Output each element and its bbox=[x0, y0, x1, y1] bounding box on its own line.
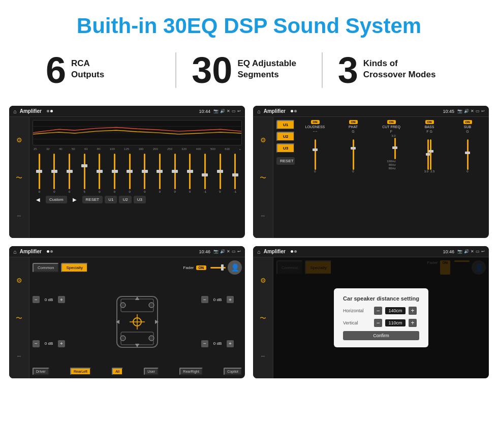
close-icon-4: ✕ bbox=[471, 249, 474, 254]
eq-play-button[interactable]: ▶ bbox=[69, 195, 80, 204]
avatar-icon[interactable]: 👤 bbox=[228, 260, 242, 275]
amp2-icon-1[interactable]: ⚙ bbox=[260, 137, 266, 143]
back-icon-2[interactable]: ↩ bbox=[481, 109, 485, 113]
loudness-on[interactable]: ON bbox=[311, 120, 320, 124]
fader-track[interactable] bbox=[210, 267, 226, 268]
stat-crossover-label: Kinds ofCrossover Modes bbox=[363, 52, 436, 80]
dist-icon-1[interactable]: ⚙ bbox=[260, 277, 266, 284]
back-icon-3[interactable]: ↩ bbox=[237, 249, 241, 254]
eq-slider-10[interactable]: 0 bbox=[183, 153, 197, 193]
home-icon-2[interactable]: ⌂ bbox=[257, 108, 261, 114]
volume-icon-2: 🔊 bbox=[464, 109, 469, 113]
amp2-icon-3[interactable]: ↔ bbox=[260, 213, 266, 219]
eq-slider-4[interactable]: 0 bbox=[93, 153, 107, 193]
bal-icon-1[interactable]: ⚙ bbox=[16, 277, 22, 284]
eq-icon-2[interactable]: 〜 bbox=[16, 174, 22, 181]
home-icon-4[interactable]: ⌂ bbox=[257, 249, 261, 255]
db2-minus[interactable]: − bbox=[33, 340, 40, 347]
db4-plus[interactable]: + bbox=[227, 340, 234, 347]
amp2-channels: ON LOUDNESS ~~ 0 O bbox=[297, 120, 486, 235]
u1-preset-button[interactable]: U1 bbox=[276, 120, 295, 130]
cutfreq-fader[interactable] bbox=[394, 138, 396, 159]
confirm-button[interactable]: Confirm bbox=[343, 331, 419, 340]
rearright-button[interactable]: RearRight bbox=[179, 368, 203, 375]
amp2-reset-button[interactable]: RESET bbox=[276, 157, 295, 165]
eq-u2-button[interactable]: U2 bbox=[119, 196, 131, 203]
bal-screen-body: ⚙ 〜 ↔ Common Specialty Fader ON 👤 bbox=[9, 257, 245, 378]
home-icon[interactable]: ⌂ bbox=[13, 108, 17, 114]
amp2-sidebar: ⚙ 〜 ↔ bbox=[253, 117, 273, 238]
back-icon[interactable]: ↩ bbox=[237, 109, 241, 113]
dist-screen-body: ⚙ 〜 ↔ Common Specialty Fader ON 👤 bbox=[253, 257, 489, 378]
db1-plus[interactable]: + bbox=[58, 296, 65, 303]
eq-slider-8[interactable]: 0 bbox=[153, 153, 167, 193]
back-icon-4[interactable]: ↩ bbox=[481, 249, 485, 254]
eq-icon-1[interactable]: ⚙ bbox=[16, 137, 22, 143]
db4-minus[interactable]: − bbox=[201, 340, 208, 347]
db1-minus[interactable]: − bbox=[33, 296, 40, 303]
bass-on[interactable]: ON bbox=[425, 120, 434, 124]
db1-value: 0 dB bbox=[41, 296, 56, 303]
amp2-icon-2[interactable]: 〜 bbox=[260, 174, 266, 181]
eq-slider-7[interactable]: 0 bbox=[138, 153, 151, 193]
eq-icon-3[interactable]: ↔ bbox=[16, 213, 22, 219]
all-button[interactable]: All bbox=[112, 368, 123, 375]
horizontal-minus[interactable]: − bbox=[374, 307, 382, 315]
vertical-plus[interactable]: + bbox=[409, 319, 417, 327]
eq-slider-3[interactable]: 5 bbox=[78, 153, 91, 193]
loudness-fader[interactable] bbox=[315, 139, 316, 170]
eq-prev-button[interactable]: ◀ bbox=[33, 195, 44, 204]
camera-icon-3: 📷 bbox=[213, 249, 219, 254]
fader-on-badge[interactable]: ON bbox=[196, 265, 207, 270]
db2-plus[interactable]: + bbox=[58, 340, 65, 347]
u2-preset-button[interactable]: U2 bbox=[276, 132, 295, 141]
dot2-2 bbox=[294, 110, 297, 112]
home-icon-3[interactable]: ⌂ bbox=[13, 249, 17, 255]
bal-icon-2[interactable]: 〜 bbox=[16, 315, 22, 321]
copilot-button[interactable]: Copilot bbox=[224, 368, 242, 375]
eq-graph bbox=[33, 120, 242, 145]
stat-rca-label: RCAOutputs bbox=[71, 52, 104, 80]
eq-slider-1[interactable]: 0 bbox=[48, 153, 61, 193]
eq-slider-9[interactable]: 0 bbox=[168, 153, 182, 193]
eq-slider-0[interactable]: 0 bbox=[33, 153, 46, 193]
phat-on[interactable]: ON bbox=[349, 120, 358, 124]
bal-icon-3[interactable]: ↔ bbox=[16, 353, 22, 359]
eq-slider-2[interactable]: 0 bbox=[63, 153, 76, 193]
sub-on[interactable]: ON bbox=[463, 120, 472, 124]
eq-slider-13[interactable]: -1 bbox=[228, 153, 242, 193]
bass-fader1[interactable] bbox=[427, 139, 429, 170]
tab-common[interactable]: Common bbox=[33, 263, 59, 273]
tab-specialty[interactable]: Specialty bbox=[61, 263, 87, 273]
eq-reset-button[interactable]: RESET bbox=[82, 196, 103, 203]
vertical-minus[interactable]: − bbox=[374, 319, 382, 327]
screen-amp2: ⌂ Amplifier 10:45 📷 🔊 ✕ ▭ ↩ ⚙ 〜 ↔ bbox=[253, 106, 489, 238]
eq-slider-12[interactable]: 0 bbox=[213, 153, 227, 193]
amp2-preset-buttons: U1 U2 U3 RESET bbox=[276, 120, 295, 235]
db3-plus[interactable]: + bbox=[227, 296, 234, 303]
eq-custom-button[interactable]: Custom bbox=[46, 196, 67, 203]
horizontal-label: Horizontal bbox=[343, 308, 371, 313]
user-button[interactable]: User bbox=[144, 368, 159, 375]
u3-preset-button[interactable]: U3 bbox=[276, 143, 295, 153]
db-row-4: − 0 dB + bbox=[201, 340, 242, 347]
eq-u1-button[interactable]: U1 bbox=[105, 196, 117, 203]
driver-button[interactable]: Driver bbox=[33, 368, 49, 375]
screen-distance: ⌂ Amplifier 10:46 📷 🔊 ✕ ▭ ↩ ⚙ 〜 ↔ bbox=[253, 246, 489, 378]
dist-icon-3[interactable]: ↔ bbox=[260, 353, 266, 359]
phat-fader[interactable] bbox=[353, 139, 354, 170]
eq-u3-button[interactable]: U3 bbox=[134, 196, 146, 203]
horizontal-plus[interactable]: + bbox=[409, 307, 417, 315]
sub-fader[interactable] bbox=[467, 139, 469, 170]
cutfreq-on[interactable]: ON bbox=[387, 120, 396, 124]
horizontal-row: Horizontal − 140cm + bbox=[343, 307, 419, 315]
bass-fader2[interactable] bbox=[430, 139, 431, 170]
topbar-dots-3 bbox=[47, 250, 53, 253]
eq-slider-11[interactable]: -1 bbox=[198, 153, 212, 193]
db3-minus[interactable]: − bbox=[201, 296, 208, 303]
eq-slider-5[interactable]: 0 bbox=[108, 153, 121, 193]
rearleft-button[interactable]: RearLeft bbox=[70, 368, 91, 375]
eq-slider-6[interactable]: 0 bbox=[123, 153, 137, 193]
dist-icon-2[interactable]: 〜 bbox=[260, 315, 266, 321]
distance-dialog: Car speaker distance setting Horizontal … bbox=[334, 288, 428, 347]
